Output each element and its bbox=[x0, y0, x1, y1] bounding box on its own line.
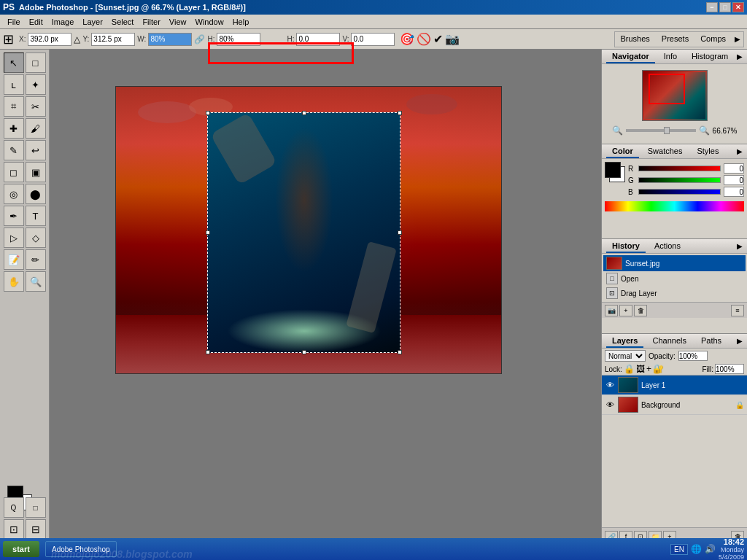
menu-select[interactable]: Select bbox=[107, 16, 139, 28]
history-item-open[interactable]: □ Open bbox=[603, 271, 746, 286]
navigator-tab[interactable]: Navigator bbox=[606, 50, 655, 63]
fill-input[interactable] bbox=[715, 364, 744, 374]
clock-time: 18:42 bbox=[724, 537, 744, 546]
w-input[interactable] bbox=[148, 33, 192, 46]
path-select-tool[interactable]: ▷ bbox=[4, 228, 24, 248]
foreground-color[interactable] bbox=[605, 162, 621, 178]
brushes-tab[interactable]: Brushes bbox=[615, 33, 656, 46]
r-slider[interactable] bbox=[638, 166, 721, 171]
tool-row-11: ✋ 🔍 bbox=[4, 271, 46, 292]
history-brush-tool[interactable]: ↩ bbox=[26, 140, 46, 160]
slice-tool[interactable]: ✂ bbox=[26, 96, 46, 117]
zoom-slider[interactable] bbox=[626, 129, 696, 132]
brushes-panel-arrow[interactable]: ▶ bbox=[732, 35, 743, 43]
photoshop-taskbar-btn[interactable]: Adobe Photoshop bbox=[45, 541, 117, 557]
history-item-drag[interactable]: ⊡ Drag Layer bbox=[603, 286, 746, 300]
close-button[interactable]: ✕ bbox=[732, 2, 744, 12]
clone-tool[interactable]: ✎ bbox=[4, 140, 24, 160]
notes-tool[interactable]: 📝 bbox=[4, 249, 24, 270]
lock-pixels-icon[interactable]: 🔒 bbox=[624, 364, 635, 374]
lasso-tool[interactable]: ʟ bbox=[4, 74, 24, 95]
pen-tool[interactable]: ✒ bbox=[4, 206, 24, 226]
maximize-button[interactable]: □ bbox=[719, 2, 731, 12]
type-tool[interactable]: T bbox=[26, 206, 46, 226]
presets-tab[interactable]: Presets bbox=[656, 33, 694, 46]
layers-panel-arrow[interactable]: ▶ bbox=[737, 337, 743, 345]
lock-position-icon[interactable]: + bbox=[646, 364, 651, 374]
skew-input[interactable] bbox=[351, 33, 395, 46]
background-visibility-icon[interactable]: 👁 bbox=[605, 400, 615, 410]
healing-tool[interactable]: ✚ bbox=[4, 118, 24, 139]
menu-image[interactable]: Image bbox=[47, 16, 79, 28]
brush-tool[interactable]: 🖌 bbox=[26, 118, 46, 139]
x-input[interactable] bbox=[28, 33, 71, 46]
menu-layer[interactable]: Layer bbox=[78, 16, 107, 28]
h-input[interactable] bbox=[217, 33, 260, 46]
history-item-sunset[interactable]: Sunset.jpg bbox=[603, 255, 746, 271]
tool-row-6: ◻ ▣ bbox=[4, 162, 46, 182]
history-more-btn[interactable]: ≡ bbox=[731, 305, 744, 316]
swatches-tab[interactable]: Swatches bbox=[642, 145, 689, 158]
menu-help[interactable]: Help bbox=[228, 16, 254, 28]
quick-mask-btn[interactable]: Q bbox=[4, 497, 24, 518]
dodge-tool[interactable]: ⬤ bbox=[26, 184, 46, 204]
opacity-input[interactable] bbox=[678, 351, 708, 361]
blur-tool[interactable]: ◎ bbox=[4, 184, 24, 204]
screen-mode-btn[interactable]: ⊡ bbox=[4, 519, 24, 540]
start-button[interactable]: start bbox=[3, 541, 39, 557]
menu-edit[interactable]: Edit bbox=[25, 16, 47, 28]
eraser-tool[interactable]: ◻ bbox=[4, 162, 24, 182]
blend-mode-select[interactable]: Normal Multiply Screen bbox=[605, 350, 646, 362]
eyedropper-tool[interactable]: ✏ bbox=[26, 249, 46, 270]
menu-window[interactable]: Window bbox=[191, 16, 228, 28]
layers-tab[interactable]: Layers bbox=[606, 335, 643, 348]
zoom-in-icon[interactable]: 🔍 bbox=[699, 125, 710, 136]
comps-tab[interactable]: Comps bbox=[694, 33, 732, 46]
info-tab[interactable]: Info bbox=[658, 50, 683, 63]
zoom-out-icon[interactable]: 🔍 bbox=[612, 125, 623, 136]
minimize-button[interactable]: − bbox=[706, 2, 718, 12]
full-screen-btn[interactable]: ⊟ bbox=[26, 519, 46, 540]
menu-view[interactable]: View bbox=[165, 16, 191, 28]
r-value[interactable] bbox=[724, 163, 744, 174]
actions-tab[interactable]: Actions bbox=[649, 240, 686, 253]
color-spectrum[interactable] bbox=[605, 201, 744, 211]
layer-item-layer1[interactable]: 👁 Layer 1 bbox=[602, 376, 747, 395]
b-slider[interactable] bbox=[638, 189, 721, 195]
g-value[interactable] bbox=[724, 175, 744, 185]
lock-image-icon[interactable]: 🖼 bbox=[636, 364, 645, 374]
gradient-tool[interactable]: ▣ bbox=[26, 162, 46, 182]
g-slider[interactable] bbox=[638, 177, 721, 183]
delete-history-btn[interactable]: 🗑 bbox=[634, 305, 647, 316]
rotate-input[interactable] bbox=[296, 33, 340, 46]
create-new-document-btn[interactable]: + bbox=[619, 305, 632, 316]
standard-mode-btn[interactable]: □ bbox=[26, 497, 46, 518]
layers-controls: Normal Multiply Screen Opacity: bbox=[602, 349, 747, 363]
b-value[interactable] bbox=[724, 187, 744, 197]
styles-tab[interactable]: Styles bbox=[691, 145, 724, 158]
history-panel-arrow[interactable]: ▶ bbox=[737, 242, 743, 250]
crop-tool[interactable]: ⌗ bbox=[4, 96, 24, 117]
menu-file[interactable]: File bbox=[3, 16, 25, 28]
layer1-visibility-icon[interactable]: 👁 bbox=[605, 380, 615, 390]
y-input[interactable] bbox=[91, 33, 135, 46]
move-tool[interactable]: ↖ bbox=[4, 52, 24, 73]
new-snapshot-btn[interactable]: 📷 bbox=[605, 305, 618, 316]
color-panel: Color Swatches Styles ▶ R bbox=[602, 144, 747, 239]
marquee-tool[interactable]: □ bbox=[26, 52, 46, 73]
magic-wand-tool[interactable]: ✦ bbox=[26, 74, 46, 95]
b-slider-row: B bbox=[628, 187, 744, 197]
zoom-tool[interactable]: 🔍 bbox=[26, 271, 46, 292]
menu-filter[interactable]: Filter bbox=[138, 16, 164, 28]
history-tab[interactable]: History bbox=[606, 240, 646, 253]
navigator-close-btn[interactable]: ▶ bbox=[737, 52, 743, 61]
channels-tab[interactable]: Channels bbox=[646, 335, 692, 348]
lock-all-icon[interactable]: 🔐 bbox=[653, 364, 664, 374]
shape-tool[interactable]: ◇ bbox=[26, 228, 46, 248]
paths-tab[interactable]: Paths bbox=[695, 335, 727, 348]
histogram-tab[interactable]: Histogram bbox=[686, 50, 734, 63]
color-panel-arrow[interactable]: ▶ bbox=[737, 147, 743, 155]
color-tab[interactable]: Color bbox=[606, 145, 639, 158]
layer-item-background[interactable]: 👁 Background 🔒 bbox=[602, 395, 747, 415]
hand-tool[interactable]: ✋ bbox=[4, 271, 24, 292]
